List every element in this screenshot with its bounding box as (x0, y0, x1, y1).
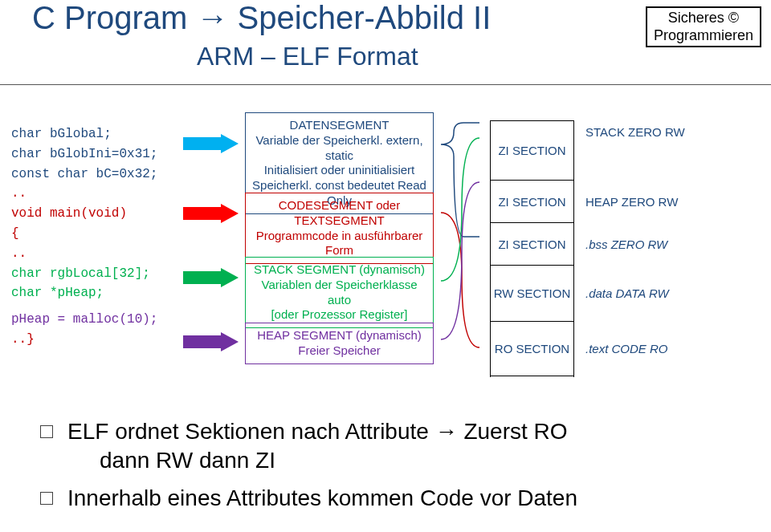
segment-title: HEAP SEGMENT (dynamisch) (252, 328, 426, 343)
section-row: ZI SECTION .bss ZERO RW (491, 223, 573, 266)
section-name: RW SECTION (494, 286, 571, 300)
code-line: char rgbLocal[32]; (11, 264, 180, 284)
slide-title: C Program → Speicher-Abbild II (32, 0, 491, 36)
bullet-item: Innerhalb eines Attributes kommen Code v… (40, 484, 739, 513)
section-name: ZI SECTION (498, 195, 565, 209)
section-label: .bss ZERO RW (585, 238, 667, 251)
sections-column: ZI SECTION STACK ZERO RW ZI SECTION HEAP… (490, 120, 574, 377)
segment-heap: HEAP SEGMENT (dynamisch) Freier Speicher (245, 323, 434, 364)
section-row: ZI SECTION HEAP ZERO RW (491, 181, 573, 223)
section-label: .data DATA RW (585, 286, 669, 300)
section-name: RO SECTION (495, 342, 569, 355)
segment-line: Variablen der Speicherklasse auto (252, 278, 426, 308)
segment-line: Programmcode in ausführbarer Form (252, 229, 426, 259)
segment-title: CODESEGMENT oder TEXTSEGMENT (252, 198, 426, 229)
code-line: ..} (11, 330, 180, 350)
slide-header: C Program → Speicher-Abbild II ARM – ELF… (0, 0, 771, 96)
badge-line-1: Sicheres © (654, 10, 753, 27)
section-name: ZI SECTION (498, 144, 565, 157)
diagram-content: char bGlobal; char bGlobIni=0x31; const … (0, 112, 771, 401)
slide-subtitle: ARM – ELF Format (197, 42, 418, 71)
section-label: .text CODE RO (585, 342, 668, 355)
code-line: pHeap = malloc(10); (11, 310, 180, 330)
segment-line: Freier Speicher (252, 343, 426, 359)
segment-line: Variable der Speicherkl. extern, static (252, 133, 426, 164)
section-row: RO SECTION .text CODE RO (491, 322, 573, 376)
code-line: { (11, 224, 180, 244)
code-line: .. (11, 184, 180, 204)
badge-line-2: Programmieren (654, 27, 753, 45)
header-rule (0, 84, 771, 85)
code-line: .. (11, 244, 180, 264)
arrow-data (183, 135, 239, 152)
segment-line: [oder Prozessor Register] (252, 307, 426, 323)
arrow-stack (183, 269, 239, 286)
section-row: RW SECTION .data DATA RW (491, 266, 573, 322)
segment-line: Initialisiert oder uninitialisiert (252, 163, 426, 178)
bullet-line: Innerhalb eines Attributes kommen Code v… (67, 484, 739, 513)
segment-title: DATENSEGMENT (252, 118, 426, 133)
bullet-box-icon (40, 492, 53, 505)
segment-stack: STACK SEGMENT (dynamisch) Variablen der … (245, 257, 434, 328)
bullet-line: dann RW dann ZI (67, 446, 739, 475)
code-line: char bGlobal; (11, 124, 180, 144)
segment-title: STACK SEGMENT (dynamisch) (252, 262, 426, 278)
bracket-heap (438, 173, 490, 345)
bullet-item: ELF ordnet Sektionen nach Attribute → Zu… (40, 417, 739, 476)
code-line: const char bC=0x32; (11, 164, 180, 185)
bullet-line: ELF ordnet Sektionen nach Attribute → Zu… (67, 417, 739, 446)
code-line: char bGlobIni=0x31; (11, 144, 180, 164)
code-line: char *pHeap; (11, 283, 180, 303)
section-label: HEAP ZERO RW (585, 195, 678, 209)
course-badge: Sicheres © Programmieren (646, 6, 761, 47)
section-name: ZI SECTION (498, 238, 565, 251)
segment-code: CODESEGMENT oder TEXTSEGMENT Programmcod… (245, 193, 434, 264)
section-row: ZI SECTION STACK ZERO RW (491, 120, 573, 181)
source-code: char bGlobal; char bGlobIni=0x31; const … (11, 124, 180, 350)
section-label: STACK ZERO RW (585, 125, 685, 139)
bullet-list: ELF ordnet Sektionen nach Attribute → Zu… (40, 417, 739, 521)
code-line: void main(void) (11, 204, 180, 224)
arrow-code (183, 205, 239, 222)
bullet-box-icon (40, 425, 53, 438)
arrow-heap (183, 333, 239, 351)
